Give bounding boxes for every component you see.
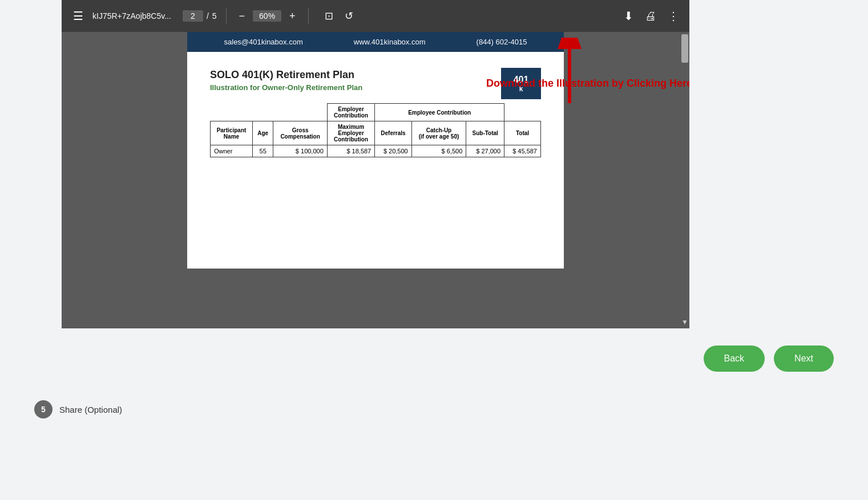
col-total: Total	[504, 121, 541, 145]
page-number-input[interactable]	[183, 10, 203, 22]
table-header-empty2	[273, 104, 327, 121]
pdf-email: sales@401kinabox.com	[224, 38, 303, 46]
cell-catchup: $ 6,500	[411, 145, 466, 157]
table-header-employee-contribution: Employee Contribution	[375, 104, 504, 121]
pdf-scrollbar[interactable]: ▼	[680, 32, 689, 328]
zoom-value: 60%	[253, 10, 281, 22]
page-wrapper: ☰ kIJ75R+7zAojb8C5v... / 5 − 60% + ⊡ ↺ ⬇…	[0, 0, 868, 500]
col-gross-compensation: GrossCompensation	[273, 121, 327, 145]
red-arrow-icon	[541, 38, 598, 106]
fit-page-button[interactable]: ⊡	[322, 9, 336, 23]
step-label: Share (Optional)	[59, 405, 122, 414]
pdf-content-area[interactable]: Download the Illustration by Clicking He…	[62, 32, 689, 328]
zoom-in-button[interactable]: +	[286, 9, 299, 23]
pdf-header-bar: sales@401kinabox.com www.401kinabox.com …	[187, 32, 564, 52]
more-options-button[interactable]: ⋮	[667, 8, 680, 24]
menu-icon[interactable]: ☰	[71, 7, 86, 25]
col-participant-name: ParticipantName	[211, 121, 253, 145]
pdf-viewer-container: ☰ kIJ75R+7zAojb8C5v... / 5 − 60% + ⊡ ↺ ⬇…	[62, 0, 689, 328]
navigation-buttons: Back Next	[0, 328, 868, 389]
download-button[interactable]: ⬇	[623, 8, 635, 24]
step-circle: 5	[34, 400, 53, 418]
col-subtotal: Sub-Total	[466, 121, 504, 145]
table-row: Owner 55 $ 100,000 $ 18,587 $ 20,500 $ 6…	[211, 145, 541, 157]
page-separator: /	[207, 11, 209, 21]
col-age: Age	[252, 121, 273, 145]
table-header-employer-contribution: EmployerContribution	[327, 104, 374, 121]
col-catchup: Catch-Up(if over age 50)	[411, 121, 466, 145]
rotate-button[interactable]: ↺	[342, 9, 356, 23]
page-total: 5	[212, 11, 217, 21]
col-max-employer-contribution: MaximumEmployerContribution	[327, 121, 374, 145]
pdf-website: www.401kinabox.com	[354, 38, 426, 46]
download-annotation-text: Download the Illustration by Clicking He…	[486, 78, 689, 89]
cell-max-employer: $ 18,587	[327, 145, 374, 157]
table-header-total-empty	[504, 104, 541, 121]
print-button[interactable]: 🖨	[644, 9, 657, 24]
toolbar-right: ⬇ 🖨 ⋮	[623, 8, 680, 24]
zoom-controls: − 60% +	[236, 9, 299, 23]
pdf-filename: kIJ75R+7zAojb8C5v...	[92, 11, 171, 21]
divider-2	[308, 8, 309, 24]
cell-total: $ 45,587	[504, 145, 541, 157]
next-button[interactable]: Next	[774, 345, 834, 372]
zoom-out-button[interactable]: −	[236, 9, 249, 23]
divider-1	[226, 8, 227, 24]
cell-age: 55	[252, 145, 273, 157]
pdf-phone: (844) 602-4015	[477, 38, 527, 46]
toolbar-actions: ⊡ ↺	[322, 9, 356, 23]
scroll-down-arrow[interactable]: ▼	[680, 318, 689, 326]
cell-gross-compensation: $ 100,000	[273, 145, 327, 157]
cell-participant-name: Owner	[211, 145, 253, 157]
cell-subtotal: $ 27,000	[466, 145, 504, 157]
table-header-empty	[211, 104, 273, 121]
pdf-table: EmployerContribution Employee Contributi…	[210, 103, 541, 157]
back-button[interactable]: Back	[704, 345, 765, 372]
col-deferrals: Deferrals	[375, 121, 411, 145]
pdf-toolbar: ☰ kIJ75R+7zAojb8C5v... / 5 − 60% + ⊡ ↺ ⬇…	[62, 0, 689, 32]
page-controls: / 5	[183, 10, 217, 22]
scrollbar-thumb[interactable]	[681, 34, 688, 63]
cell-deferrals: $ 20,500	[375, 145, 411, 157]
download-annotation: Download the Illustration by Clicking He…	[486, 78, 689, 90]
step-indicator: 5 Share (Optional)	[0, 389, 868, 418]
